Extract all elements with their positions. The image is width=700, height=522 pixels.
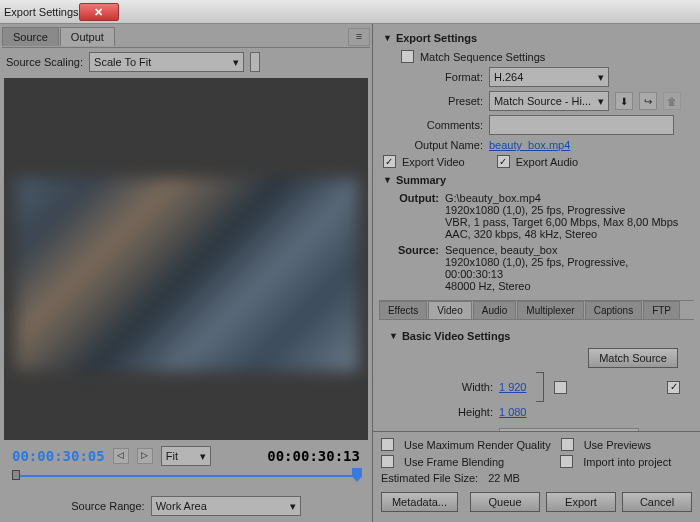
- link-dimensions-icon[interactable]: [536, 372, 544, 402]
- in-point-handle[interactable]: [12, 470, 20, 480]
- export-settings-heading[interactable]: ▼ Export Settings: [379, 28, 694, 48]
- export-audio-label: Export Audio: [516, 156, 578, 168]
- tab-audio[interactable]: Audio: [473, 301, 517, 319]
- metadata-button[interactable]: Metadata...: [381, 492, 458, 512]
- tab-captions[interactable]: Captions: [585, 301, 642, 319]
- max-quality-checkbox[interactable]: [381, 438, 394, 451]
- tab-multiplexer[interactable]: Multiplexer: [517, 301, 583, 319]
- right-panel: ▼ Export Settings Match Sequence Setting…: [373, 24, 700, 522]
- width-value[interactable]: 1 920: [499, 381, 527, 393]
- import-project-checkbox[interactable]: [560, 455, 573, 468]
- use-previews-label: Use Previews: [584, 439, 651, 451]
- playhead-icon[interactable]: [352, 468, 362, 482]
- export-video-checkbox[interactable]: ✓: [383, 155, 396, 168]
- cancel-button[interactable]: Cancel: [622, 492, 692, 512]
- timeline-slider[interactable]: [12, 470, 360, 482]
- match-sequence-checkbox[interactable]: [401, 50, 414, 63]
- tab-output[interactable]: Output: [60, 27, 115, 46]
- export-video-label: Export Video: [402, 156, 465, 168]
- preset-label: Preset:: [383, 95, 483, 107]
- titlebar: Export Settings ✕: [0, 0, 700, 24]
- disclose-triangle-icon: ▼: [383, 33, 392, 43]
- basic-video-heading[interactable]: ▼ Basic Video Settings: [389, 326, 684, 346]
- summary-heading[interactable]: ▼ Summary: [379, 170, 694, 190]
- frame-blending-checkbox[interactable]: [381, 455, 394, 468]
- format-label: Format:: [383, 71, 483, 83]
- source-range-label: Source Range:: [71, 500, 144, 512]
- export-audio-checkbox[interactable]: ✓: [497, 155, 510, 168]
- output-name-label: Output Name:: [383, 139, 483, 151]
- format-select[interactable]: H.264: [489, 67, 609, 87]
- left-panel: Source Output ≡ Source Scaling: Scale To…: [0, 24, 373, 522]
- tab-source[interactable]: Source: [2, 27, 59, 46]
- summary-output-text: G:\beauty_box.mp4 1920x1080 (1,0), 25 fp…: [445, 192, 684, 240]
- delete-preset-icon[interactable]: 🗑: [663, 92, 681, 110]
- disclose-triangle-icon: ▼: [389, 331, 398, 341]
- summary-source-label: Source:: [389, 244, 445, 292]
- next-frame-button[interactable]: ▷: [137, 448, 153, 464]
- summary-source-text: Sequence, beauty_box 1920x1080 (1,0), 25…: [445, 244, 684, 292]
- framerate-select[interactable]: 25: [499, 428, 639, 431]
- width-label: Width:: [393, 381, 493, 393]
- import-preset-icon[interactable]: ↪: [639, 92, 657, 110]
- estimated-size-label: Estimated File Size:: [381, 472, 478, 484]
- panel-menu-icon[interactable]: ≡: [348, 28, 370, 46]
- bottom-panel: Use Maximum Render Quality Use Previews …: [373, 431, 700, 522]
- match-sequence-label: Match Sequence Settings: [420, 51, 545, 63]
- import-project-label: Import into project: [583, 456, 671, 468]
- link-checkbox[interactable]: [554, 381, 567, 394]
- frame-blending-label: Use Frame Blending: [404, 456, 504, 468]
- queue-button[interactable]: Queue: [470, 492, 540, 512]
- crop-input[interactable]: [250, 52, 260, 72]
- height-value[interactable]: 1 080: [499, 406, 527, 418]
- source-scaling-label: Source Scaling:: [6, 56, 83, 68]
- zoom-select[interactable]: Fit: [161, 446, 211, 466]
- current-timecode[interactable]: 00:00:30:05: [12, 448, 105, 464]
- source-range-select[interactable]: Work Area: [151, 496, 301, 516]
- use-previews-checkbox[interactable]: [561, 438, 574, 451]
- prev-frame-button[interactable]: ◁: [113, 448, 129, 464]
- preset-select[interactable]: Match Source - Hi...: [489, 91, 609, 111]
- output-name-link[interactable]: beauty_box.mp4: [489, 139, 570, 151]
- save-preset-icon[interactable]: ⬇: [615, 92, 633, 110]
- width-match-checkbox[interactable]: ✓: [667, 381, 680, 394]
- match-source-button[interactable]: Match Source: [588, 348, 678, 368]
- tab-video[interactable]: Video: [428, 301, 471, 319]
- height-label: Height:: [393, 406, 493, 418]
- comments-label: Comments:: [383, 119, 483, 131]
- estimated-size-value: 22 MB: [488, 472, 520, 484]
- comments-input[interactable]: [489, 115, 674, 135]
- tab-effects[interactable]: Effects: [379, 301, 427, 319]
- summary-output-label: Output:: [389, 192, 445, 240]
- export-button[interactable]: Export: [546, 492, 616, 512]
- duration-timecode: 00:00:30:13: [267, 448, 360, 464]
- disclose-triangle-icon: ▼: [383, 175, 392, 185]
- tab-ftp[interactable]: FTP: [643, 301, 680, 319]
- close-button[interactable]: ✕: [79, 3, 119, 21]
- preview-image: [16, 178, 358, 371]
- max-quality-label: Use Maximum Render Quality: [404, 439, 551, 451]
- source-scaling-select[interactable]: Scale To Fit: [89, 52, 244, 72]
- window-title: Export Settings: [4, 6, 79, 18]
- preview-area: [4, 78, 368, 440]
